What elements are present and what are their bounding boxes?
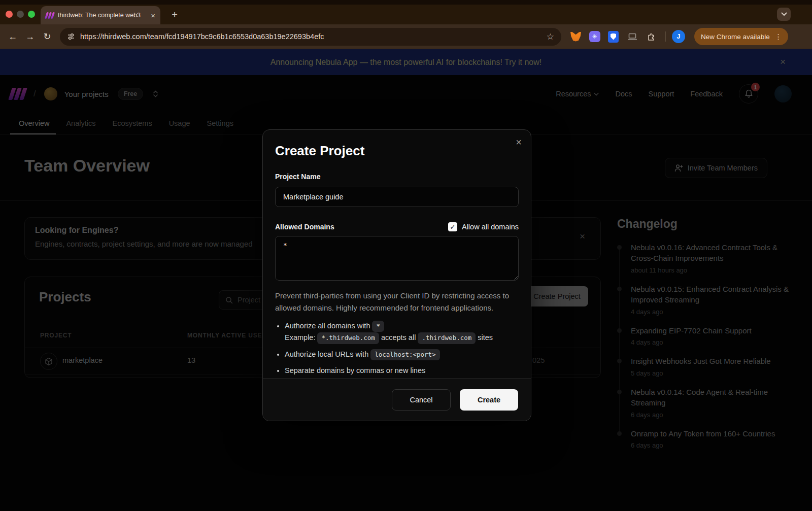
hint-text: Example:	[285, 333, 315, 342]
modal-footer: Cancel Create	[263, 378, 531, 421]
project-name-label: Project Name	[275, 173, 519, 181]
macos-window-controls	[6, 11, 35, 18]
macos-minimize-button[interactable]	[17, 11, 24, 18]
chrome-update-label: New Chrome available	[701, 33, 770, 41]
fox-icon	[570, 32, 581, 42]
forward-icon: →	[25, 31, 35, 42]
macos-close-button[interactable]	[6, 11, 13, 18]
browser-tab[interactable]: thirdweb: The complete web3 ×	[41, 6, 160, 24]
allow-all-domains-control[interactable]: ✓ Allow all domains	[448, 222, 519, 231]
back-icon: ←	[8, 31, 17, 42]
url-text[interactable]: https://thirdweb.com/team/fcd194917bc9c6…	[80, 32, 542, 41]
modal-body: Create Project Project Name Allowed Doma…	[263, 130, 531, 377]
allowed-domains-label: Allowed Domains	[275, 223, 334, 231]
puzzle-icon	[647, 32, 656, 41]
allow-all-domains-label: Allow all domains	[462, 223, 519, 231]
code-chip: *	[372, 321, 384, 332]
thirdweb-favicon	[46, 12, 54, 19]
extensions-puzzle-button[interactable]	[645, 30, 657, 43]
hint-authorize-all: Authorize all domains with * Example: *.…	[285, 320, 519, 344]
profile-initial: J	[677, 33, 681, 40]
macos-zoom-button[interactable]	[28, 11, 35, 18]
project-name-input[interactable]	[275, 187, 519, 207]
cancel-button[interactable]: Cancel	[392, 389, 451, 411]
modal-title: Create Project	[275, 143, 519, 159]
create-project-modal: × Create Project Project Name Allowed Do…	[262, 129, 531, 421]
reload-icon: ↻	[43, 31, 51, 42]
forward-button[interactable]: →	[22, 29, 38, 44]
code-chip: .thirdweb.com	[418, 332, 476, 344]
domains-row: Allowed Domains ✓ Allow all domains	[275, 222, 519, 231]
chevron-down-icon	[781, 12, 787, 16]
code-chip: localhost:<port>	[370, 349, 439, 360]
allow-all-domains-checkbox[interactable]: ✓	[448, 222, 457, 231]
hint-text: Authorize all domains with	[285, 322, 370, 330]
hint-text: Authorize local URLs with	[285, 350, 368, 358]
modal-close-icon[interactable]: ×	[516, 137, 522, 147]
bookmark-star-icon[interactable]: ☆	[547, 31, 554, 42]
browser-toolbar: ← → ↻ https://thirdweb.com/team/fcd19491…	[0, 24, 812, 49]
hint-localhost: Authorize local URLs with localhost:<por…	[285, 349, 519, 360]
snowflake-icon: ✳	[589, 31, 600, 42]
shield-icon	[608, 31, 619, 43]
toolbar-divider	[665, 31, 666, 42]
hint-text: Separate domains by commas or new lines	[285, 366, 425, 374]
create-button[interactable]: Create	[460, 389, 518, 411]
address-bar[interactable]: https://thirdweb.com/team/fcd194917bc9c6…	[60, 28, 561, 46]
domains-help-text: Prevent third-parties from using your Cl…	[275, 290, 519, 314]
browser-profile-avatar[interactable]: J	[672, 30, 685, 43]
domains-hints-list: Authorize all domains with * Example: *.…	[275, 320, 519, 377]
wallet-extension-icon[interactable]: ✳	[588, 30, 601, 43]
password-manager-extension-icon[interactable]	[607, 30, 620, 43]
hint-separators: Separate domains by commas or new lines	[285, 365, 519, 376]
screen-share-extension-icon[interactable]	[626, 30, 638, 43]
chrome-update-button[interactable]: New Chrome available ⋮	[694, 28, 788, 45]
reload-button[interactable]: ↻	[40, 29, 55, 44]
page-viewport: Announcing Nebula App — the most powerfu…	[0, 49, 812, 511]
site-settings-icon[interactable]	[67, 32, 75, 41]
tab-search-button[interactable]	[777, 8, 791, 21]
browser-tab-strip: thirdweb: The complete web3 × +	[0, 0, 812, 24]
metamask-extension-icon[interactable]	[569, 30, 582, 43]
browser-window: thirdweb: The complete web3 × + ← → ↻ ht…	[0, 0, 812, 511]
extensions-area: ✳	[569, 30, 657, 43]
tab-title: thirdweb: The complete web3	[58, 12, 147, 19]
hint-text: accepts all	[381, 333, 416, 342]
allowed-domains-textarea[interactable]: *	[275, 236, 519, 281]
back-button[interactable]: ←	[5, 29, 20, 44]
laptop-icon	[627, 32, 637, 41]
hint-text: sites	[478, 333, 493, 342]
browser-menu-icon[interactable]: ⋮	[775, 32, 782, 41]
new-tab-button[interactable]: +	[167, 8, 182, 22]
code-chip: *.thirdweb.com	[317, 332, 379, 344]
tab-close-icon[interactable]: ×	[151, 12, 155, 19]
